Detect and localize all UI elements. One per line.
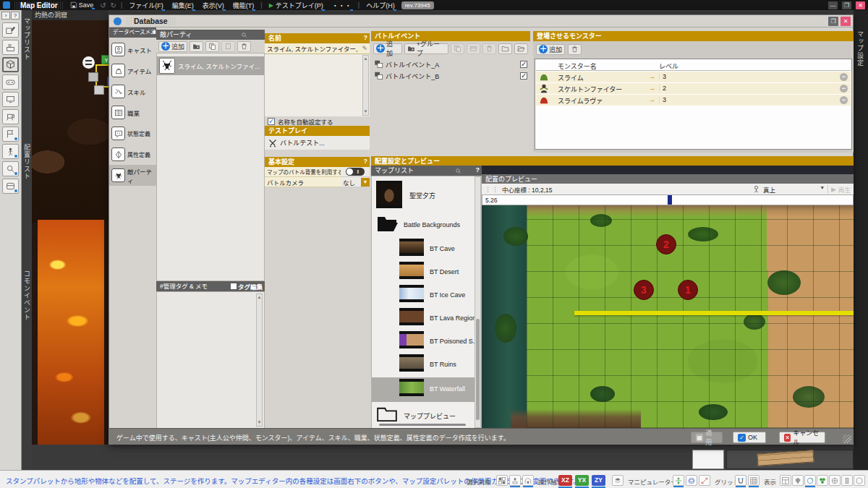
- folder-icon[interactable]: [376, 406, 398, 422]
- battle-event-checkbox[interactable]: [520, 61, 527, 68]
- db-menu-class[interactable]: 職業: [109, 102, 156, 123]
- maplist-search-icon[interactable]: [455, 168, 461, 174]
- scroll-down-icon[interactable]: ▼: [257, 419, 262, 426]
- timeline-marker[interactable]: [668, 195, 672, 205]
- select-grid-icon[interactable]: [496, 475, 508, 486]
- axis-yx-button[interactable]: YX: [575, 475, 589, 486]
- maplist-item-label[interactable]: BT Ice Cave: [430, 291, 465, 299]
- display-globe-icon[interactable]: [829, 475, 841, 486]
- db-menu-cast[interactable]: キャスト: [109, 39, 156, 60]
- battle-event-row-b[interactable]: バトルイベント_B: [371, 70, 530, 82]
- database-tool-button[interactable]: [2, 179, 19, 194]
- monster-row[interactable]: スライム → 3 −: [536, 72, 851, 82]
- basic-help-button[interactable]: ?: [364, 158, 368, 165]
- auto-name-checkbox[interactable]: [268, 118, 275, 125]
- party-search-icon[interactable]: [241, 32, 247, 38]
- event-add-button[interactable]: ＋追加: [373, 43, 402, 54]
- monster-delete-button[interactable]: [568, 44, 582, 55]
- battle-event-checkbox[interactable]: [520, 72, 527, 80]
- db-menu-collapse-icon[interactable]: ◀: [152, 29, 156, 35]
- play-button[interactable]: ▶ 再生: [831, 185, 851, 194]
- magnet-icon[interactable]: [735, 475, 746, 486]
- axis-zy-button[interactable]: ZY: [592, 475, 605, 486]
- more-menu-button[interactable]: ・・・: [330, 1, 354, 10]
- battle-bg-toggle[interactable]: I: [346, 168, 365, 176]
- layers-icon[interactable]: [612, 475, 624, 486]
- map-thumb-bt-lava[interactable]: [399, 308, 424, 325]
- map-thumb-seido[interactable]: [376, 181, 402, 208]
- app-restore-button[interactable]: ❐: [842, 1, 851, 9]
- camera-tool-button[interactable]: [2, 109, 19, 124]
- scroll-up-icon[interactable]: ▲: [257, 294, 262, 301]
- battle-event-row-a[interactable]: バトルイベント_A: [371, 59, 530, 70]
- save-button[interactable]: Save: [68, 1, 96, 9]
- event-delete-button[interactable]: [482, 43, 496, 54]
- dropdown-arrow-icon[interactable]: ▼: [361, 178, 370, 187]
- toolbar-help-button[interactable]: ?: [11, 12, 20, 20]
- maplist-vscrollbar[interactable]: [475, 176, 481, 428]
- menu-edit[interactable]: 編集(E): [170, 1, 196, 10]
- app-close-button[interactable]: ✕: [856, 1, 865, 9]
- tag-edit-button[interactable]: タグ編集: [231, 282, 263, 291]
- object-tool-button[interactable]: [2, 57, 19, 72]
- gizmo-gray-cube[interactable]: [88, 72, 98, 82]
- db-menu-attribute[interactable]: 属性定義: [109, 144, 156, 165]
- db-menu-skill[interactable]: スキル: [109, 81, 156, 102]
- map-thumb-bt-cave[interactable]: [399, 239, 424, 256]
- grid-toggle-icon[interactable]: [748, 475, 760, 486]
- db-menu-status[interactable]: 状態定義: [109, 123, 156, 144]
- event-folder-open-button[interactable]: [514, 43, 528, 54]
- monster-add-button[interactable]: ＋追加: [536, 44, 565, 55]
- db-menu-item[interactable]: アイテム: [109, 60, 156, 81]
- name-field[interactable]: スライム, スケルトンファイター, スライムラヴァ ✎: [265, 43, 370, 54]
- display-clover-icon[interactable]: [817, 475, 828, 486]
- tab-map-settings[interactable]: マップ設定: [856, 30, 865, 67]
- maplist-help-button[interactable]: ?: [476, 166, 480, 174]
- rotate-manipulator-icon[interactable]: [686, 475, 697, 486]
- menu-help[interactable]: ヘルプ(H): [364, 1, 397, 10]
- dialog-title-bar[interactable]: Database ❐ ✕: [109, 15, 853, 27]
- menu-view[interactable]: 表示(V): [200, 1, 226, 10]
- scroll-down-icon[interactable]: ▼: [363, 108, 368, 115]
- map-thumb-bt-ruins[interactable]: [399, 354, 424, 372]
- party-paste-button[interactable]: [221, 41, 235, 52]
- remove-monster-button[interactable]: −: [840, 96, 848, 104]
- cancel-button[interactable]: ✕ キャンセル: [779, 432, 825, 443]
- battle-camera-value-cell[interactable]: なし ▼: [341, 177, 370, 187]
- placement-marker-1[interactable]: 1: [678, 280, 698, 300]
- stamp-brick-thumbnail[interactable]: [757, 450, 814, 466]
- party-add-button[interactable]: ＋追加: [158, 41, 187, 52]
- party-add-folder-button[interactable]: [190, 41, 203, 52]
- party-list-item[interactable]: スライム, スケルトンファイ...: [157, 56, 264, 75]
- remove-monster-button[interactable]: −: [840, 73, 848, 81]
- name-scrollbar[interactable]: ▲ ▼: [362, 55, 369, 116]
- controller-tool-button[interactable]: [2, 74, 19, 90]
- map-thumb-bt-desert[interactable]: [399, 262, 424, 279]
- maplist-item-label[interactable]: Battle Backgrounds: [404, 221, 460, 228]
- event-archive-button[interactable]: [467, 43, 480, 54]
- map-thumb-bt-ice-cave[interactable]: [399, 285, 424, 302]
- dialog-close-button[interactable]: ✕: [841, 17, 851, 26]
- palette-thumbnail-blank[interactable]: [692, 450, 724, 469]
- ok-button[interactable]: ✓ OK: [733, 432, 766, 443]
- apply-button[interactable]: ▦ 適用: [691, 432, 723, 443]
- display-swirl-icon[interactable]: [804, 475, 816, 486]
- scroll-up-icon[interactable]: ▲: [363, 56, 368, 62]
- redo-icon[interactable]: ↻: [111, 1, 116, 9]
- display-gem-icon[interactable]: [792, 475, 804, 486]
- select-building-icon[interactable]: [522, 475, 534, 486]
- menu-function[interactable]: 機能(T): [231, 1, 257, 10]
- scale-manipulator-icon[interactable]: [699, 475, 710, 486]
- display-window-icon[interactable]: [780, 475, 791, 486]
- maplist-hscrollbar[interactable]: [379, 424, 466, 426]
- gizmo-gray-cube-2[interactable]: [94, 85, 104, 95]
- db-menu-enemy-party[interactable]: 敵パーティ: [109, 165, 156, 186]
- view-direction-dropdown[interactable]: 真上 ▼: [763, 185, 828, 194]
- tab-placement-list[interactable]: 配置リスト: [22, 144, 32, 180]
- folder-open-icon[interactable]: [376, 214, 399, 233]
- display-box-icon[interactable]: [854, 475, 865, 486]
- toolbar-expand-button[interactable]: ›: [1, 12, 10, 20]
- monitor-tool-button[interactable]: [2, 92, 19, 107]
- scroll-thumb[interactable]: [476, 319, 480, 420]
- map-thumb-bt-waterfall[interactable]: [399, 379, 424, 396]
